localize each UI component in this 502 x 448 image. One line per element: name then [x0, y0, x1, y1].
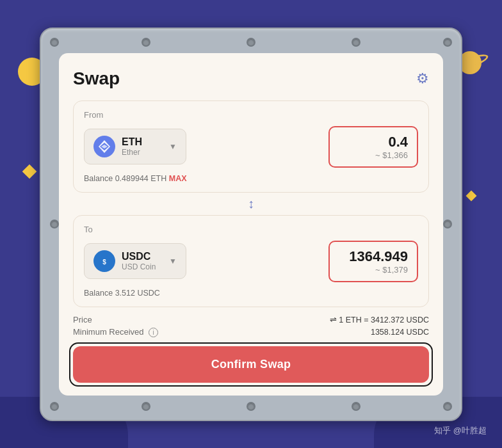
from-amount-box[interactable]: 0.4 ~ $1,366 [328, 126, 418, 168]
bolt-tc1 [142, 38, 150, 47]
from-chevron-icon: ▼ [169, 142, 177, 151]
bolt-mr [443, 220, 452, 228]
confirm-swap-button[interactable]: Confirm Swap [73, 346, 429, 383]
from-balance-text: Balance 0.489944 ETH [84, 174, 166, 183]
to-label: To [84, 225, 418, 234]
to-amount-box[interactable]: 1364.949 ~ $1,379 [328, 241, 418, 282]
card-title: Swap [73, 68, 120, 89]
to-section: To $ USDC USD Coin ▼ 13 [73, 215, 429, 307]
card-header: Swap ⚙ [73, 68, 429, 89]
min-received-label: Minimum Received i [73, 327, 158, 337]
min-received-info-icon[interactable]: i [149, 328, 158, 337]
to-amount-usd: ~ $1,379 [339, 265, 408, 275]
bolt-tl [50, 38, 59, 47]
from-label: From [84, 110, 418, 120]
to-chevron-icon: ▼ [169, 257, 177, 266]
price-info: Price ⇌ 1 ETH = 3412.372 USDC Minimum Re… [73, 315, 429, 337]
settings-icon[interactable]: ⚙ [416, 70, 429, 87]
to-token-info: USDC USD Coin [122, 251, 163, 271]
bolt-bl [50, 402, 59, 411]
from-token-selector[interactable]: ETH Ether ▼ [84, 129, 186, 164]
from-token-info: ETH Ether [122, 136, 163, 157]
bolt-bc3 [352, 402, 360, 411]
usdc-icon: $ [93, 250, 115, 272]
to-token-symbol: USDC [122, 251, 163, 262]
bolt-tc2 [247, 38, 255, 47]
swap-arrows[interactable]: ↕ [73, 196, 429, 211]
watermark: 知乎 @叶胜超 [434, 425, 487, 436]
swap-card: Swap ⚙ From ETH [59, 53, 443, 396]
eth-icon [93, 136, 115, 157]
to-inner: $ USDC USD Coin ▼ 1364.949 ~ $1,379 [84, 241, 418, 282]
bolt-bc2 [247, 402, 255, 411]
from-amount-usd: ~ $1,366 [339, 150, 408, 160]
from-token-symbol: ETH [122, 136, 163, 148]
confirm-btn-wrapper: Confirm Swap [73, 346, 429, 383]
bolt-tc3 [352, 38, 360, 47]
price-label: Price [73, 315, 92, 324]
bolt-tr [443, 38, 452, 47]
to-balance-text: Balance 3.512 USDC [84, 289, 160, 298]
to-amount-value: 1364.949 [339, 248, 408, 265]
bolt-br [443, 402, 452, 411]
to-token-selector[interactable]: $ USDC USD Coin ▼ [84, 243, 186, 279]
min-received-value: 1358.124 USDC [371, 328, 429, 337]
to-balance-row: Balance 3.512 USDC [84, 289, 418, 298]
bolt-ml [50, 220, 59, 228]
panel-frame: Swap ⚙ From ETH [40, 28, 462, 421]
from-balance-row: Balance 0.489944 ETH MAX [84, 174, 418, 183]
from-inner: ETH Ether ▼ 0.4 ~ $1,366 [84, 126, 418, 168]
from-token-name: Ether [122, 148, 163, 157]
max-link[interactable]: MAX [169, 174, 187, 183]
from-section: From ETH Ether ▼ [73, 100, 429, 193]
bolt-bc1 [142, 402, 150, 411]
price-row: Price ⇌ 1 ETH = 3412.372 USDC [73, 315, 429, 324]
svg-text:$: $ [102, 259, 106, 266]
from-amount-value: 0.4 [339, 134, 408, 150]
min-received-row: Minimum Received i 1358.124 USDC [73, 327, 429, 337]
to-token-name: USD Coin [122, 262, 163, 271]
price-value: ⇌ 1 ETH = 3412.372 USDC [330, 315, 429, 324]
